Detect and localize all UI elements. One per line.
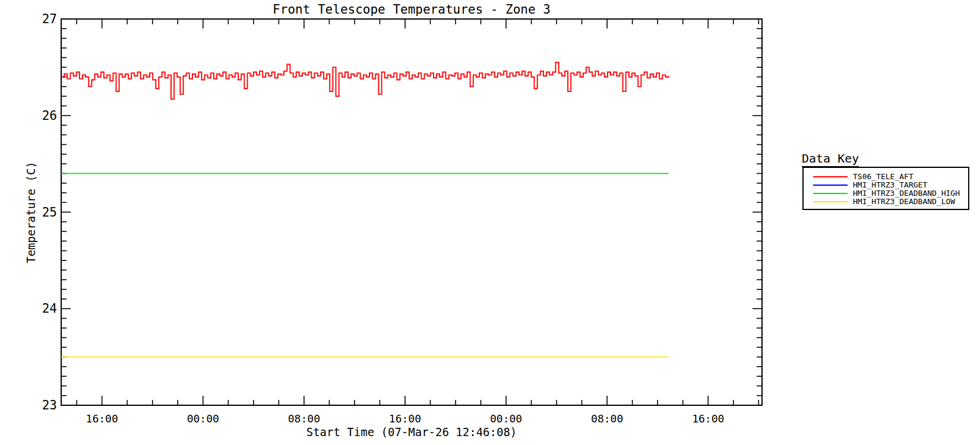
legend-item-label: HMI_HTRZ3_DEADBAND_HIGH xyxy=(853,189,960,198)
legend-swatch xyxy=(813,201,848,202)
legend-item-label: HMI_HTRZ3_DEADBAND_LOW xyxy=(853,198,955,206)
x-axis-title: Start Time (07-Mar-26 12:46:08) xyxy=(61,425,762,438)
x-tick-label: 16:00 xyxy=(389,412,421,425)
x-tick-label: 00:00 xyxy=(490,412,522,425)
x-tick-label: 08:00 xyxy=(288,412,320,425)
y-tick-label: 23 xyxy=(42,398,57,412)
chart-title: Front Telescope Temperatures - Zone 3 xyxy=(61,2,762,17)
y-axis-title: Temperature (C) xyxy=(24,109,37,316)
legend-title: Data Key xyxy=(802,151,859,167)
x-tick-label: 00:00 xyxy=(187,412,219,425)
legend-item: HMI_HTRZ3_DEADBAND_HIGH xyxy=(804,189,968,198)
legend-swatch xyxy=(813,193,848,194)
x-tick-label: 16:00 xyxy=(86,412,118,425)
legend-item-label: TS06_TELE_AFT xyxy=(853,173,913,181)
legend-item: HMI_HTRZ3_TARGET xyxy=(804,181,968,189)
legend-item: HMI_HTRZ3_DEADBAND_LOW xyxy=(804,198,968,206)
y-tick-label: 25 xyxy=(42,205,57,220)
telemetry-chart: 272625242316:0000:0008:0016:0000:0008:00… xyxy=(0,0,980,445)
legend-item-label: HMI_HTRZ3_TARGET xyxy=(853,181,927,189)
legend-swatch xyxy=(813,185,848,186)
legend-swatch xyxy=(813,176,848,177)
legend: TS06_TELE_AFTHMI_HTRZ3_TARGETHMI_HTRZ3_D… xyxy=(802,167,969,210)
y-tick-label: 26 xyxy=(42,109,57,123)
series-ts06-tele-aft xyxy=(61,62,669,99)
x-tick-label: 16:00 xyxy=(692,412,724,425)
y-tick-label: 24 xyxy=(42,301,57,316)
x-tick-label: 08:00 xyxy=(591,412,623,425)
legend-item: TS06_TELE_AFT xyxy=(804,173,968,181)
y-tick-label: 27 xyxy=(42,12,57,26)
plot-area: 272625242316:0000:0008:0016:0000:0008:00… xyxy=(0,0,980,445)
